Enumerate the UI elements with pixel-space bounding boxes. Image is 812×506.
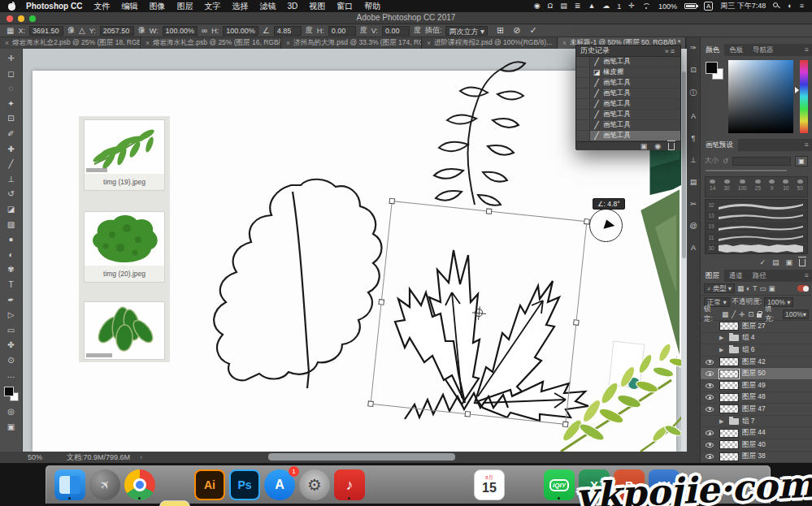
foreground-color-swatch[interactable]	[706, 62, 718, 74]
close-icon[interactable]: ×	[145, 39, 150, 47]
v-skew-input[interactable]: 0.00	[382, 26, 410, 36]
history-step[interactable]: ╱画笔工具	[576, 57, 680, 67]
menu-file[interactable]: 文件	[93, 1, 110, 12]
vertical-scrollbar-thumb[interactable]	[682, 71, 686, 258]
expand-triangle-icon[interactable]: ▶	[719, 335, 726, 341]
tab-color[interactable]: 颜色	[701, 44, 724, 56]
transform-reference-point[interactable]	[475, 309, 484, 318]
transform-handle-bottom-left[interactable]	[367, 400, 374, 407]
new-snapshot-button[interactable]: ◉	[654, 142, 661, 150]
marquee-tool[interactable]: ◻	[2, 67, 20, 82]
dock-app-store[interactable]: A1	[264, 469, 295, 500]
layer-row[interactable]: 图层 40	[701, 439, 812, 452]
cloud-chat-icon[interactable]: ☁	[602, 0, 610, 12]
layer-thumbnail[interactable]	[719, 370, 739, 378]
crop-tool[interactable]: ⊡	[2, 111, 20, 127]
expand-triangle-icon[interactable]: ▶	[719, 347, 726, 353]
foreground-color-swatch[interactable]	[4, 387, 14, 396]
blur-tool[interactable]: ●	[2, 232, 20, 248]
healing-brush-tool[interactable]: ✚	[2, 142, 20, 158]
notification-center-icon[interactable]: ≡	[800, 0, 804, 12]
history-source-checkbox[interactable]	[576, 89, 590, 98]
history-source-checkbox[interactable]	[576, 120, 590, 130]
parallels-icon[interactable]: ≣	[575, 0, 581, 12]
tab-document-1[interactable]: ×熔岩海水礼盒2.psb @ 25% (图层 18, RGB/8...	[0, 37, 141, 49]
menu-filter[interactable]: 滤镜	[259, 1, 276, 12]
gradient-tool[interactable]: ▨	[2, 218, 20, 233]
quick-selection-tool[interactable]: ✦	[2, 97, 20, 112]
foreground-background-swatches[interactable]	[4, 387, 19, 401]
layer-row[interactable]: 图层 42	[701, 357, 812, 369]
minimize-window-button[interactable]	[18, 15, 24, 22]
brush-preview-row[interactable]: 30	[706, 244, 807, 254]
delete-brush-button[interactable]	[799, 259, 805, 266]
siri-icon[interactable]: ◐	[788, 0, 792, 12]
brush-size-input[interactable]	[732, 157, 791, 166]
stamp-icon[interactable]: ⊥	[690, 156, 697, 164]
lock-artboard-icon[interactable]: ⊡	[748, 310, 753, 318]
tab-document-3[interactable]: ×济州岛的大海.psd @ 33.3% (图层 174, RGB/8...	[281, 37, 422, 49]
group-row[interactable]: ▶组 7	[701, 416, 812, 428]
brush-preset[interactable]: 50	[797, 179, 803, 191]
brush-preview-row[interactable]: 13	[706, 210, 807, 221]
mountain-icon[interactable]: ▲	[588, 0, 595, 12]
dodge-tool[interactable]: ◐	[2, 248, 20, 263]
link-dimensions-icon[interactable]: ∞	[202, 26, 207, 35]
smudge-tool[interactable]: ✾	[2, 262, 20, 278]
filter-adjustment-icon[interactable]: ◐	[746, 284, 750, 292]
free-transform-box[interactable]	[370, 201, 587, 425]
dock-launchpad[interactable]: ✈	[89, 469, 120, 500]
clone-source-icon[interactable]: ⊡	[690, 66, 697, 74]
layer-row[interactable]: 图层 27	[701, 321, 812, 333]
filter-shape-icon[interactable]: ▭	[759, 284, 766, 292]
dock-calendar[interactable]: 8月15	[474, 469, 505, 500]
character-panel-icon[interactable]: A	[691, 112, 696, 120]
transform-handle-bottom-mid[interactable]	[465, 411, 471, 417]
visibility-toggle[interactable]	[703, 454, 716, 459]
history-brush-tool[interactable]: ↺	[2, 187, 20, 202]
tab-paths[interactable]: 路径	[748, 270, 771, 282]
panel-menu-icon[interactable]: ≡	[671, 47, 676, 55]
layer-comps-icon[interactable]: ▤	[690, 178, 697, 186]
panel-menu-icon[interactable]: ≡	[805, 139, 812, 151]
visibility-toggle[interactable]	[703, 383, 716, 388]
horizontal-scrollbar[interactable]	[268, 453, 455, 461]
group-row[interactable]: ▶组 4	[701, 333, 812, 345]
menu-image[interactable]: 图像	[149, 1, 165, 12]
dock-chrome[interactable]	[124, 469, 155, 500]
app-menu-name[interactable]: Photoshop CC	[26, 2, 82, 11]
filter-type-icon[interactable]: T	[753, 284, 757, 292]
history-source-checkbox[interactable]	[576, 57, 590, 67]
close-window-button[interactable]	[7, 15, 13, 22]
close-icon[interactable]: ×	[5, 39, 9, 47]
interpolation-select[interactable]: 两次立方 ▾	[445, 26, 488, 36]
brush-preset[interactable]: 30	[723, 179, 729, 191]
brush-preview-row[interactable]: 32	[706, 200, 807, 210]
dock-notes[interactable]	[159, 500, 190, 506]
brush-preset[interactable]: 9	[769, 179, 775, 191]
brush-size-slider[interactable]	[706, 170, 787, 171]
lock-transparent-icon[interactable]: ▦	[722, 310, 728, 318]
tab-document-2[interactable]: ×熔岩海水礼盒.psb @ 25% (图层 16, RGB/8...	[141, 37, 281, 49]
zoom-level-field[interactable]: 50%	[28, 453, 42, 461]
wifi-icon[interactable]	[642, 3, 651, 10]
history-source-checkbox[interactable]	[576, 131, 590, 141]
notification-icon[interactable]: Ω	[548, 0, 554, 12]
brush-preset[interactable]: 100	[738, 179, 747, 191]
panel-menu-icon[interactable]: ≡	[805, 44, 812, 56]
transform-handle-mid-left[interactable]	[378, 299, 384, 305]
history-panel-header[interactable]: 历史记录 »≡	[576, 45, 680, 57]
layer-filter-type-select[interactable]: ⌕类型 ▾	[704, 283, 735, 293]
eyedropper-tool[interactable]: ✐	[2, 127, 20, 142]
tab-document-4[interactable]: ×进阶课程海报2.psd @ 100%(RGB/8)...	[422, 37, 558, 49]
transform-handle-top-mid[interactable]	[486, 208, 493, 214]
menu-type[interactable]: 文字	[204, 1, 220, 12]
new-brush-button[interactable]: ▣	[785, 258, 792, 266]
layer-thumbnail[interactable]	[719, 322, 739, 331]
history-step[interactable]: ╱画笔工具	[576, 78, 680, 89]
lock-all-icon[interactable]	[757, 314, 762, 318]
input-source-icon[interactable]: A	[704, 2, 713, 11]
tab-navigator[interactable]: 导航器	[748, 44, 779, 56]
type-tool[interactable]: T	[2, 278, 20, 293]
visibility-toggle[interactable]	[703, 360, 716, 365]
